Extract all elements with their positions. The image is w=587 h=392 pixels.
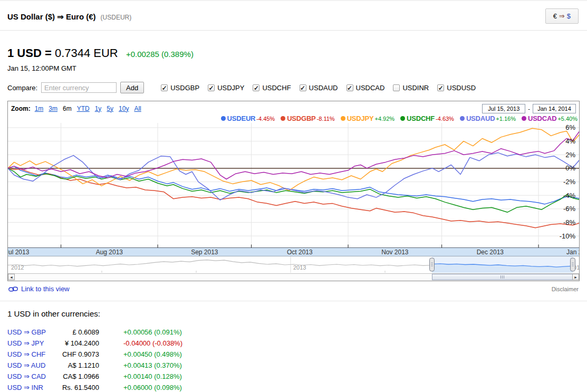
compare-checkbox-USDGBP[interactable]: ✓USDGBP [161, 84, 199, 92]
compare-checkbox-USDCAD[interactable]: ✓USDCAD [347, 84, 385, 92]
y-axis-tick-label: -2% [563, 178, 576, 186]
checkbox-checked-icon[interactable]: ✓ [161, 84, 168, 91]
compare-checkbox-USDCHF[interactable]: ✓USDCHF [253, 84, 291, 92]
y-axis-tick-label: -6% [563, 205, 576, 213]
price-change: +0.00285 (0.389%) [126, 50, 194, 59]
zoom-option-3m[interactable]: 3m [49, 105, 57, 112]
currency-row: USD ⇒ INRRs. 61.5400+0.06000 (0.098%) [7, 382, 587, 392]
scrollbar-left-arrow[interactable]: ◄ [8, 274, 15, 280]
other-currencies-heading: 1 USD in other currencies: [7, 309, 587, 318]
compare-checkbox-label: USDINR [402, 84, 429, 92]
legend-item-USDGBP: USDGBP-8.11% [281, 114, 334, 122]
swap-currencies-button[interactable]: €⇒$ [545, 8, 579, 24]
thumb-grip-icon [501, 275, 501, 279]
y-axis-tick-label: -8% [563, 218, 576, 226]
currency-pair-link[interactable]: USD ⇒ CAD [7, 372, 52, 380]
zoom-option-YTD[interactable]: YTD [77, 105, 90, 112]
legend-dot-icon [221, 116, 226, 121]
quote-timestamp: Jan 15, 12:00PM GMT [7, 64, 587, 72]
legend-series-name: USDGBP [287, 114, 315, 122]
y-axis-tick-label: 0% [565, 164, 575, 172]
zoom-option-6m: 6m [63, 105, 72, 112]
compare-currency-input[interactable] [41, 82, 117, 93]
scrubber-right-handle[interactable] [571, 258, 575, 271]
thumb-grip-icon [504, 275, 504, 279]
legend-dot-icon [460, 116, 465, 121]
legend-dot-icon [400, 116, 405, 121]
legend-dot-icon [281, 116, 285, 121]
x-axis-month-label: Aug 2013 [96, 248, 123, 256]
checkbox-checked-icon[interactable]: ✓ [347, 84, 353, 91]
zoom-option-1y[interactable]: 1y [95, 105, 102, 112]
compare-checkbox-label: USDCAD [356, 84, 385, 92]
disclaimer-link[interactable]: Disclaimer [552, 286, 579, 292]
checkbox-checked-icon[interactable]: ✓ [300, 84, 306, 91]
currency-rate-value: ¥ 104.2400 [52, 339, 99, 347]
thumb-grip-icon [502, 275, 503, 279]
y-axis-tick-label: 4% [565, 137, 575, 145]
currency-row: USD ⇒ JPY¥ 104.2400-0.04000 (-0.038%) [7, 338, 587, 349]
legend-series-change: +1.16% [496, 116, 516, 122]
zoom-option-10y[interactable]: 10y [119, 105, 129, 112]
price-chart[interactable]: Jul 2013Aug 2013Sep 2013Oct 2013Nov 2013… [8, 123, 579, 256]
other-currencies-section: 1 USD in other currencies: USD ⇒ GBP£ 0.… [7, 309, 587, 392]
compare-checkbox-label: USDAUD [309, 84, 338, 92]
date-from-input[interactable]: Jul 15, 2013 [482, 104, 525, 113]
currency-pair-link[interactable]: USD ⇒ INR [7, 384, 52, 391]
legend-series-name: USDEUR [227, 114, 256, 122]
checkbox-checked-icon[interactable]: ✓ [208, 84, 215, 91]
legend-series-change: -8.11% [317, 116, 335, 122]
compare-checkbox-USDINR[interactable]: USDINR [393, 84, 429, 92]
link-to-this-view[interactable]: Link to this view [8, 285, 70, 293]
compare-checkbox-USDUSD[interactable]: ✓USDUSD [437, 84, 476, 92]
zoom-label: Zoom: [11, 105, 31, 112]
swap-from-currency: € [553, 12, 557, 20]
price-label: 1 USD = [7, 46, 52, 60]
compare-checkbox-label: USDUSD [447, 84, 476, 92]
currency-row: USD ⇒ CADCA$ 1.0966+0.00140 (0.128%) [7, 371, 587, 382]
checkbox-checked-icon[interactable]: ✓ [253, 84, 259, 91]
chart-widget: Zoom: 1m3m6mYTD1y5y10yAll Jul 15, 2013 -… [7, 101, 580, 281]
x-axis-month-label: Jul 2013 [8, 248, 30, 256]
zoom-option-All[interactable]: All [134, 105, 141, 112]
scrollbar-right-arrow[interactable]: ► [572, 274, 579, 280]
compare-checkbox-USDJPY[interactable]: ✓USDJPY [208, 84, 244, 92]
zoom-options: 1m3m6mYTD1y5y10yAll [35, 105, 147, 112]
compare-checkbox-label: USDCHF [262, 84, 291, 92]
currency-pair-link[interactable]: USD ⇒ CHF [7, 350, 52, 358]
x-axis-month-label: Sep 2013 [191, 248, 218, 256]
legend-item-USDAUD: USDAUD+1.16% [460, 114, 516, 122]
scrollbar-thumb[interactable] [432, 274, 573, 280]
y-axis-tick-label: -4% [563, 192, 576, 199]
currency-pair-link[interactable]: USD ⇒ AUD [7, 361, 52, 369]
x-axis-month-label: Oct 2013 [287, 248, 313, 256]
compare-checkbox-USDAUD[interactable]: ✓USDAUD [300, 84, 338, 92]
date-range: Jul 15, 2013 - Jan 14, 2014 [482, 104, 576, 113]
x-axis-month-label: Dec 2013 [477, 248, 504, 256]
currency-rate-value: Rs. 61.5400 [52, 384, 99, 391]
currency-pair-link[interactable]: USD ⇒ GBP [7, 328, 52, 336]
add-compare-button[interactable]: Add [120, 82, 144, 93]
timeline-scrubber[interactable]: 201220132014 [8, 256, 579, 273]
legend-series-name: USDCAD [528, 114, 556, 122]
legend-item-USDCAD: USDCAD+5.40% [522, 114, 578, 122]
scrubber-year-label: 2012 [11, 264, 24, 271]
legend-series-change: +5.40% [557, 116, 578, 122]
pair-symbol: (USDEUR) [101, 14, 132, 21]
x-axis-month-label: Nov 2013 [381, 248, 409, 256]
legend-item-USDCHF: USDCHF-4.63% [400, 114, 454, 122]
section-divider [0, 301, 587, 301]
legend-series-change: +4.92% [374, 116, 394, 122]
zoom-option-5y[interactable]: 5y [107, 105, 113, 112]
currency-pair-link[interactable]: USD ⇒ JPY [7, 339, 52, 347]
checkbox-unchecked-icon[interactable] [393, 84, 400, 91]
zoom-option-1m[interactable]: 1m [35, 105, 44, 112]
quote-section: 1 USD = 0.7344 EUR +0.00285 (0.389%) Jan… [7, 46, 587, 72]
price-line: 1 USD = 0.7344 EUR +0.00285 (0.389%) [7, 46, 587, 60]
currency-rate-change: +0.00413 (0.370%) [123, 361, 182, 369]
header-bar: US Dollar ($) ⇒ Euro (€)(USDEUR) €⇒$ [0, 1, 587, 31]
x-axis-month-label: Jan 2014 [566, 248, 579, 256]
date-to-input[interactable]: Jan 14, 2014 [533, 104, 576, 113]
scrubber-left-handle[interactable] [430, 258, 435, 271]
checkbox-checked-icon[interactable]: ✓ [437, 84, 444, 91]
